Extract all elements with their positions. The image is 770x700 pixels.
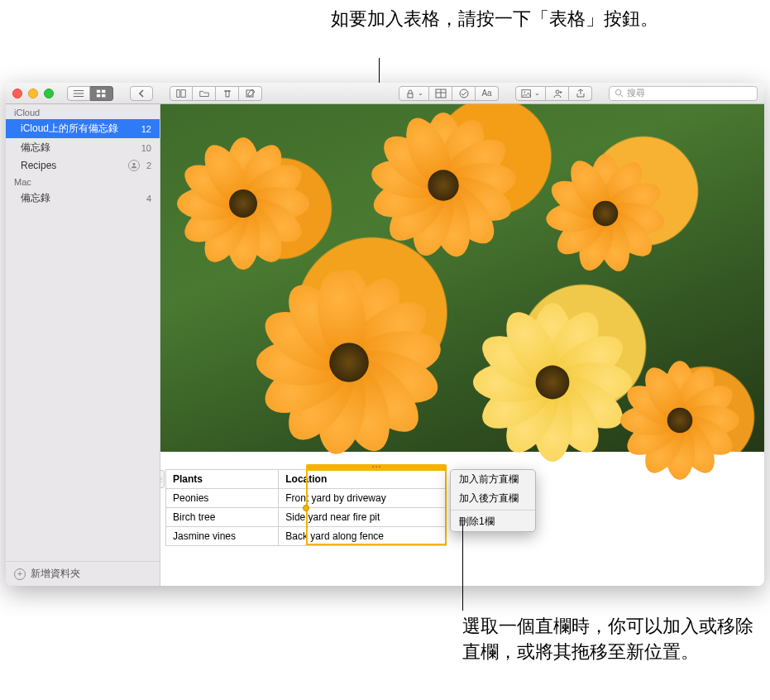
svg-point-14 xyxy=(132,163,135,165)
table-cell[interactable]: Back yard along fence xyxy=(279,527,447,546)
share-button[interactable] xyxy=(569,86,592,101)
minimize-button[interactable] xyxy=(28,89,38,98)
search-icon xyxy=(615,89,624,98)
shared-folder-icon xyxy=(128,160,140,171)
sidebar-item-label: 備忘錄 xyxy=(21,141,50,155)
svg-point-12 xyxy=(556,90,559,93)
menu-item-add-column-after[interactable]: 加入後方直欄 xyxy=(451,489,535,508)
note-content: ⋮ Plants Location Peonies Front yard by … xyxy=(160,104,764,586)
sidebar-item-count: 10 xyxy=(141,143,151,153)
column-context-menu: 加入前方直欄 加入後方直欄 刪除1欄 xyxy=(450,469,536,532)
back-button[interactable] xyxy=(130,86,153,101)
media-button[interactable]: ⌄ xyxy=(515,86,546,101)
window-controls xyxy=(12,89,54,98)
column-drag-handle[interactable] xyxy=(306,464,447,469)
grid-view-button[interactable] xyxy=(90,86,113,101)
sidebar-item-label: Recipes xyxy=(21,160,56,171)
svg-rect-1 xyxy=(102,89,105,93)
sidebar-item-label: 備忘錄 xyxy=(21,191,50,205)
callout-bottom-leader xyxy=(462,524,463,611)
sidebar-section-header: iCloud xyxy=(6,104,160,119)
note-image xyxy=(160,104,764,452)
svg-point-13 xyxy=(615,89,620,94)
sidebar-item-label: iCloud上的所有備忘錄 xyxy=(21,122,118,136)
menu-separator xyxy=(451,510,535,511)
new-folder-button[interactable]: + 新增資料夾 xyxy=(6,561,160,586)
format-button[interactable]: Aa xyxy=(476,86,499,101)
sidebar-section-header: Mac xyxy=(6,174,160,189)
table-cell[interactable]: Jasmine vines xyxy=(166,527,279,546)
folder-button[interactable] xyxy=(193,86,216,101)
svg-point-11 xyxy=(524,91,526,93)
notes-window: ⌄ Aa ⌄ 搜尋 xyxy=(6,83,764,586)
sidebar-item-count: 2 xyxy=(146,161,151,170)
svg-rect-2 xyxy=(96,93,99,97)
sidebar-item-all-icloud[interactable]: iCloud上的所有備忘錄 12 xyxy=(6,119,160,138)
attachments-button[interactable] xyxy=(170,86,193,101)
close-button[interactable] xyxy=(12,89,22,98)
table-row[interactable]: Jasmine vines Back yard along fence xyxy=(166,527,447,546)
table-header-cell[interactable]: Plants xyxy=(166,470,279,489)
sidebar-item-count: 4 xyxy=(146,194,151,204)
table-row[interactable]: Plants Location xyxy=(166,470,447,489)
search-placeholder: 搜尋 xyxy=(627,87,645,99)
callout-top: 如要加入表格，請按一下「表格」按鈕。 xyxy=(331,7,658,32)
sidebar-item-recipes[interactable]: Recipes 2 xyxy=(6,157,160,174)
sidebar-item-count: 12 xyxy=(141,124,151,134)
svg-rect-4 xyxy=(177,89,180,97)
sidebar-item-notes[interactable]: 備忘錄 10 xyxy=(6,138,160,157)
view-toggle-group xyxy=(67,86,113,101)
callout-bottom: 選取一個直欄時，你可以加入或移除直欄，或將其拖移至新位置。 xyxy=(462,614,770,665)
svg-point-9 xyxy=(460,89,468,98)
table-row-handle[interactable]: ⋮ xyxy=(160,470,165,488)
table-header-cell[interactable]: Location xyxy=(279,470,447,489)
titlebar: ⌄ Aa ⌄ 搜尋 xyxy=(6,83,764,104)
svg-rect-7 xyxy=(408,93,413,98)
collaborate-button[interactable] xyxy=(546,86,569,101)
lock-button[interactable]: ⌄ xyxy=(399,86,429,101)
plus-circle-icon: + xyxy=(14,568,26,580)
sidebar-item-notes-local[interactable]: 備忘錄 4 xyxy=(6,189,160,208)
note-table[interactable]: ⋮ Plants Location Peonies Front yard by … xyxy=(165,469,447,546)
menu-item-add-column-before[interactable]: 加入前方直欄 xyxy=(451,470,535,489)
callout-top-leader xyxy=(379,58,380,84)
svg-rect-3 xyxy=(102,93,105,97)
sidebar: iCloud iCloud上的所有備忘錄 12 備忘錄 10 Recipes 2 xyxy=(6,104,160,586)
svg-rect-0 xyxy=(96,89,99,93)
svg-rect-5 xyxy=(181,89,185,97)
fullscreen-button[interactable] xyxy=(44,89,54,98)
delete-button[interactable] xyxy=(216,86,239,101)
table-cell[interactable]: Peonies xyxy=(166,489,279,508)
search-input[interactable]: 搜尋 xyxy=(609,86,758,101)
new-note-button[interactable] xyxy=(239,86,262,101)
menu-item-delete-column[interactable]: 刪除1欄 xyxy=(451,512,535,531)
column-resize-handle[interactable] xyxy=(303,505,309,511)
table-button[interactable] xyxy=(429,86,452,101)
new-folder-label: 新增資料夾 xyxy=(31,567,80,581)
list-view-button[interactable] xyxy=(67,86,90,101)
table-cell[interactable]: Birch tree xyxy=(166,508,279,527)
checklist-button[interactable] xyxy=(452,86,476,101)
